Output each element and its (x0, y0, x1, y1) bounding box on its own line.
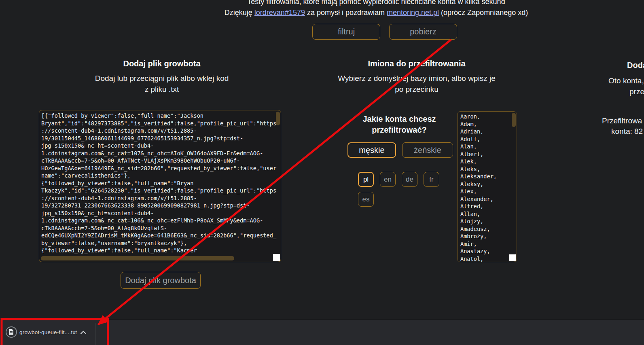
names-input[interactable]: Aaron, Adam, Adrian, Adolf, Alan, Albert… (457, 111, 517, 262)
right-panel-subtitle-fragment-1: Oto konta, (608, 75, 644, 86)
growbot-code-input[interactable]: [{"followed_by_viewer":false,"full_name"… (39, 110, 281, 262)
thanks-suffix: (oprócz Zapomnianego xd) (439, 8, 528, 17)
code-vertical-scrollbar-thumb[interactable] (276, 112, 280, 125)
filter-button[interactable]: filtruj (312, 24, 380, 40)
download-bar (0, 320, 644, 345)
left-panel-subtitle: Dodaj lub przeciągni plik albo wklej kod… (61, 73, 263, 95)
page-header: Testy filtrowania, które mają pomóc wypi… (170, 0, 583, 18)
gender-button-female[interactable]: żeńskie (402, 142, 453, 158)
names-panel-title: Imiona do przefiltrowania (316, 59, 518, 68)
language-button-fr[interactable]: fr (424, 172, 439, 187)
language-button-de[interactable]: de (402, 172, 417, 187)
thanks-prefix: Dziękuję (225, 8, 254, 17)
header-thanks-line: Dziękuję lordrevan#1579 za pomysł i pozd… (170, 7, 583, 18)
filtered-count-fragment-2: konta: 82 (611, 126, 643, 137)
growbot-filter-page: { "header": { "line1": "Testy filtrowani… (0, 0, 644, 345)
code-horizontal-scrollbar-thumb[interactable] (41, 256, 234, 260)
chevron-up-icon[interactable] (80, 320, 87, 345)
code-resize-corner[interactable] (273, 254, 280, 261)
gender-question: Jakie konta chcesz przefiltrować? (347, 114, 452, 135)
filtered-count-fragment-1: Przefiltrowa (602, 115, 642, 126)
names-vertical-scrollbar-thumb[interactable] (512, 113, 516, 127)
discord-link[interactable]: lordrevan#1579 (254, 8, 305, 17)
add-growbot-file-button[interactable]: Dodaj plik growbota (121, 272, 201, 289)
names-resize-corner[interactable] (509, 254, 516, 261)
thanks-mid: za pomysł i pozdrawiam (305, 8, 387, 17)
download-filename: growbot-queue-filt....txt (19, 320, 77, 345)
language-button-es[interactable]: es (358, 192, 374, 207)
names-panel-subtitle: Wybierz z domyślnej bazy imion, albo wpi… (316, 73, 518, 95)
names-text: Aaron, Adam, Adrian, Adolf, Alan, Albert… (458, 112, 517, 262)
language-button-pl[interactable]: pl (358, 172, 374, 187)
document-glyph (9, 329, 14, 335)
gender-button-male[interactable]: męskie (347, 142, 396, 158)
left-panel-title: Dodaj plik growbota (61, 59, 263, 68)
file-icon (6, 326, 17, 338)
download-button[interactable]: pobierz (389, 24, 457, 40)
language-button-en[interactable]: en (380, 172, 396, 187)
download-bar-divider (95, 323, 95, 345)
right-panel-subtitle-fragment-2: prze (629, 86, 644, 97)
header-line1: Testy filtrowania, które mają pomóc wypi… (170, 0, 583, 7)
right-panel-title-fragment: Doda (627, 61, 644, 70)
mentoring-link[interactable]: mentoring.net.pl (387, 8, 439, 17)
growbot-code-text: [{"followed_by_viewer":false,"full_name"… (39, 110, 281, 254)
